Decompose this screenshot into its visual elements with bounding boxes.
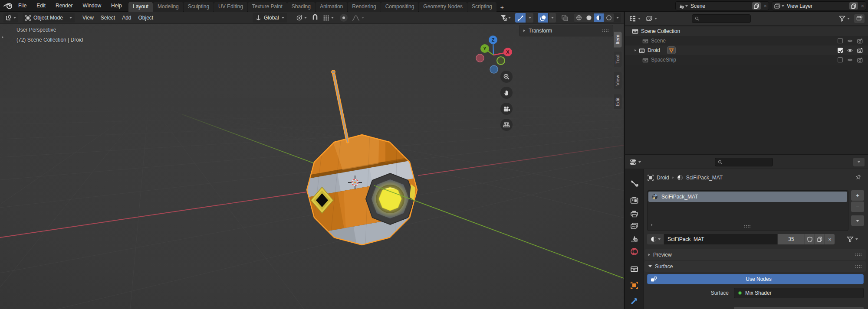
unlink-scene-button[interactable]: × [763, 3, 767, 9]
workspace-tab-rendering[interactable]: Rendering [348, 2, 380, 12]
xray-toggle-icon[interactable] [561, 14, 569, 22]
show-gizmo-toggle[interactable] [515, 13, 526, 23]
properties-editor-icon[interactable] [629, 159, 637, 166]
preview-expand-icon[interactable] [648, 254, 650, 256]
disable-render-camera-icon[interactable] [857, 48, 864, 53]
gizmo-neg-y-handle[interactable] [497, 57, 505, 65]
visibility-chevron-icon[interactable] [508, 17, 511, 19]
menu-render[interactable]: Render [52, 3, 76, 9]
material-name-field[interactable]: SciFiPack_MAT [664, 234, 777, 244]
panel-drag-handle[interactable] [855, 253, 862, 256]
tab-object[interactable] [630, 281, 638, 289]
workspace-tab-layout[interactable]: Layout [128, 2, 153, 12]
outliner-editor-chevron-icon[interactable] [638, 18, 641, 20]
add-material-slot-button[interactable]: + [851, 190, 864, 201]
display-mode-chevron-icon[interactable] [654, 18, 657, 20]
remove-material-slot-button[interactable]: − [851, 202, 864, 212]
sidebar-tab-tool[interactable]: Tool [614, 52, 622, 67]
viewport-canvas[interactable]: User Perspective (72) Scene Collection |… [0, 24, 624, 309]
sidebar-tab-item[interactable]: Item [614, 32, 622, 47]
filter-icon[interactable] [839, 16, 845, 22]
mode-dropdown[interactable]: Object Mode [23, 13, 75, 23]
pan-tool-button[interactable] [500, 87, 513, 99]
exclude-checkbox[interactable] [838, 38, 843, 43]
menu-help[interactable]: Help [108, 3, 125, 9]
fake-user-shield-button[interactable] [805, 234, 815, 244]
menu-file[interactable]: File [15, 3, 30, 9]
outliner-row-droid[interactable]: Droid [625, 46, 868, 55]
tab-view-layer[interactable] [630, 222, 638, 230]
expand-collection-icon[interactable] [635, 49, 636, 51]
properties-search[interactable] [715, 158, 773, 166]
overlays-chevron-button[interactable] [549, 13, 556, 23]
properties-editor-chevron-icon[interactable] [638, 161, 641, 163]
workspace-tab-scripting[interactable]: Scripting [467, 2, 496, 12]
add-workspace-button[interactable]: + [497, 3, 507, 12]
mesh-object-badge[interactable] [667, 46, 676, 54]
outliner-row-scene[interactable]: Scene [625, 36, 868, 46]
disable-render-camera-icon[interactable] [857, 57, 864, 63]
material-slot-selected[interactable]: SciFiPack_MAT [648, 192, 847, 202]
editor-type-button[interactable] [3, 13, 18, 23]
new-material-copy-button[interactable] [815, 234, 825, 244]
viewport-menu-object[interactable]: Object [135, 15, 157, 21]
proportional-editing-icon[interactable] [340, 14, 348, 22]
tab-render[interactable] [630, 197, 638, 204]
filter-chevron-icon[interactable] [847, 18, 850, 20]
shading-material-button[interactable] [594, 13, 604, 22]
material-users-button[interactable]: 35 [778, 234, 805, 244]
panel-drag-handle[interactable] [602, 29, 609, 32]
toggle-perspective-button[interactable] [500, 119, 513, 131]
pivot-dropdown[interactable] [294, 13, 309, 23]
unlink-material-button[interactable]: × [825, 234, 835, 244]
view-layer-name[interactable]: View Layer [787, 3, 849, 9]
hide-eye-icon[interactable] [847, 57, 853, 63]
hide-eye-icon[interactable] [847, 48, 853, 53]
transform-panel-header[interactable]: Transform [519, 25, 613, 36]
tab-collection[interactable] [630, 265, 638, 273]
workspace-tab-modeling[interactable]: Modeling [153, 2, 183, 12]
sidebar-tab-view[interactable]: View [614, 72, 622, 89]
slot-list-resize-handle[interactable] [744, 224, 751, 228]
workspace-tab-compositing[interactable]: Compositing [381, 2, 419, 12]
breadcrumb-material[interactable]: SciFiPack_MAT [686, 175, 723, 181]
properties-search-input[interactable] [724, 159, 770, 166]
menu-edit[interactable]: Edit [33, 3, 49, 9]
exclude-checkbox[interactable] [838, 57, 843, 62]
workspace-tab-shading[interactable]: Shading [287, 2, 315, 12]
object-visibility-icon[interactable] [500, 14, 507, 22]
view-layer-browse-chevron-icon[interactable] [782, 5, 784, 7]
sidebar-tab-edit[interactable]: Edit [614, 94, 622, 109]
surface-shader-dropdown[interactable]: Mix Shader [734, 288, 864, 298]
display-mode-icon[interactable] [646, 15, 653, 22]
outliner-search-input[interactable] [701, 15, 748, 22]
orientation-dropdown[interactable]: Global [253, 13, 287, 23]
workspace-tab-texture-paint[interactable]: Texture Paint [248, 2, 287, 12]
material-specials-dropdown[interactable] [847, 236, 858, 242]
pin-icon[interactable] [855, 174, 861, 180]
outliner-row-spaceship[interactable]: SpaceShip [625, 55, 868, 65]
tab-tool[interactable] [630, 179, 638, 188]
camera-view-button[interactable] [500, 103, 513, 115]
scene-browse-chevron-icon[interactable] [685, 5, 688, 7]
gizmo-chevron-button[interactable] [526, 13, 533, 23]
collection-name[interactable]: Scene Collection [641, 28, 680, 34]
new-view-layer-button[interactable] [849, 2, 858, 10]
outliner-row-scene-collection[interactable]: Scene Collection [625, 26, 868, 36]
transform-expand-icon[interactable] [523, 29, 525, 32]
tab-scene[interactable] [630, 234, 638, 242]
surface-collapse-icon[interactable] [648, 265, 652, 267]
disable-render-camera-icon[interactable] [857, 38, 864, 44]
menu-window[interactable]: Window [79, 3, 105, 9]
breadcrumb-object[interactable]: Droid [657, 175, 669, 181]
show-overlays-toggle[interactable] [538, 13, 548, 23]
hide-eye-icon[interactable] [847, 38, 853, 44]
surface-panel-header[interactable]: Surface [644, 261, 866, 272]
outliner-editor-icon[interactable] [629, 15, 636, 22]
browse-material-button[interactable] [647, 234, 664, 244]
view-layer-selector[interactable]: View Layer × [772, 1, 866, 10]
next-field-partial[interactable] [734, 307, 864, 309]
exclude-checkbox[interactable] [838, 48, 843, 53]
new-scene-button[interactable] [752, 2, 761, 10]
snap-magnet-icon[interactable] [312, 14, 319, 21]
